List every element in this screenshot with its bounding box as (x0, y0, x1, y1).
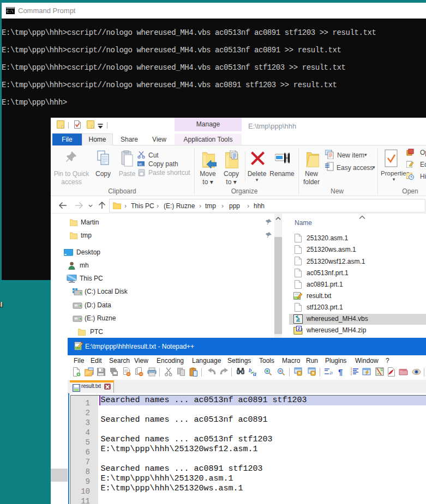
svg-text:a: a (253, 370, 256, 377)
svg-text:W..: W.. (139, 162, 144, 166)
svg-text:Z: Z (298, 326, 301, 331)
svg-text:¶: ¶ (338, 367, 343, 377)
svg-text:b: b (249, 367, 252, 373)
svg-text:C:\: C:\ (7, 9, 14, 14)
